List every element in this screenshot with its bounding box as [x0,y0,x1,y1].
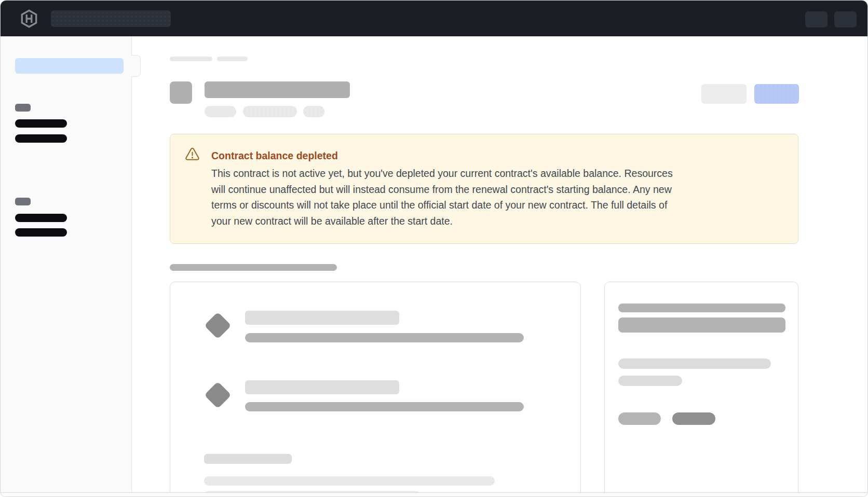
alert-title: Contract balance depleted [211,150,338,162]
sidebar-active-item-skeleton[interactable] [15,58,124,74]
global-search-skeleton[interactable] [51,10,171,27]
app-window: Contract balance depleted This contract … [0,0,868,497]
breadcrumb-item-skeleton[interactable] [170,57,212,61]
page-meta-pill-skeleton [205,106,236,117]
detail-card [170,282,581,497]
primary-action-button[interactable] [754,84,799,104]
alert-body: This contract is not active yet, but you… [211,165,673,229]
warning-triangle-icon [184,146,200,164]
list-item-subtitle-skeleton [245,333,524,342]
summary-card [604,282,798,497]
alert-body-line: will continue unaffected but will instea… [211,182,673,198]
window-bottom-edge [1,492,867,496]
list-item-title-skeleton [245,311,399,325]
summary-tag-skeleton[interactable] [618,412,661,425]
summary-line-skeleton [618,358,771,369]
page-meta-pill-skeleton [243,106,297,117]
hashicorp-logo-icon[interactable] [20,9,38,30]
list-item-subtitle-skeleton [245,402,524,411]
alert-body-line: your new contract will be available afte… [211,213,673,229]
alert-body-line: This contract is not active yet, but you… [211,165,673,182]
list-item-diamond-icon [204,381,231,408]
page-icon-skeleton [170,81,192,104]
topbar-icon-button-1[interactable] [805,11,828,27]
secondary-action-button[interactable] [701,84,747,104]
section-heading-skeleton [170,264,337,271]
sidebar-nav-item-skeleton[interactable] [15,214,67,222]
card-footnote-line-skeleton [204,476,495,486]
summary-heading-skeleton [618,317,785,333]
page-title-skeleton [205,81,350,98]
breadcrumb-item-skeleton[interactable] [217,57,248,61]
sidebar-nav-item-skeleton[interactable] [15,134,67,143]
contract-balance-alert: Contract balance depleted This contract … [170,134,798,244]
sidebar-collapse-handle[interactable] [131,55,141,77]
sidebar-section-label-skeleton [15,198,31,205]
summary-line-skeleton [618,376,682,386]
sidebar-section-label-skeleton [15,104,31,112]
sidebar [1,36,132,492]
topbar-icon-button-2[interactable] [834,11,857,27]
alert-body-line: terms or discounts will not take place u… [211,197,673,213]
sidebar-nav-item-skeleton[interactable] [15,228,67,237]
list-item-title-skeleton [245,380,399,394]
list-item-diamond-icon [204,312,231,339]
topbar [1,1,867,36]
sidebar-nav-item-skeleton[interactable] [15,119,67,128]
card-footnote-label-skeleton [204,454,292,464]
page-meta-pill-skeleton [303,106,324,117]
summary-title-skeleton [618,303,785,312]
summary-tag-skeleton[interactable] [672,412,715,425]
